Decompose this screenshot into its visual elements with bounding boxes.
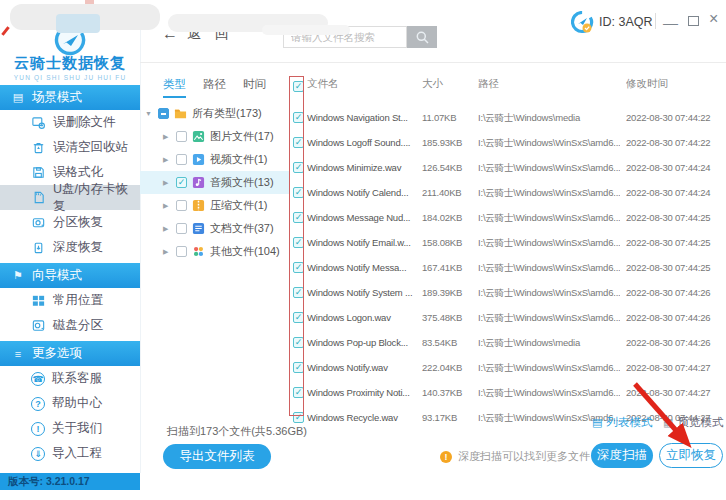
preview-mode-toggle[interactable]: ▦ 预览模式 xyxy=(663,415,723,430)
table-row[interactable]: ✓Windows Recycle.wav93.17KBI:\云骑士\Window… xyxy=(288,405,726,430)
preview-mode-icon: ▦ xyxy=(663,416,673,429)
tree-checkbox[interactable] xyxy=(176,154,187,165)
table-row[interactable]: ✓Windows Minimize.wav126.54KBI:\云骑士\Wind… xyxy=(288,155,726,180)
row-checkbox[interactable]: ✓ xyxy=(293,312,304,323)
audio-icon xyxy=(192,176,205,189)
file-mtime-cell: 2022-08-30 07:44:25 xyxy=(626,230,726,255)
recover-now-button[interactable]: 立即恢复 xyxy=(659,443,723,468)
tab-path[interactable]: 路径 xyxy=(203,77,226,98)
sidebar-item-deep-recovery[interactable]: 深度恢复 xyxy=(0,235,140,260)
chevron-down-icon[interactable]: ▼ xyxy=(145,110,153,117)
tree-item[interactable]: ▶视频文件(1) xyxy=(140,148,290,171)
table-row[interactable]: ✓Windows Logon.wav375.48KBI:\云骑士\Windows… xyxy=(288,305,726,330)
maximize-icon[interactable] xyxy=(688,16,699,26)
file-path-cell: I:\云骑士\Windows\WinSxS\amd6... xyxy=(478,380,620,405)
row-checkbox[interactable]: ✓ xyxy=(293,387,304,398)
file-path-cell: I:\云骑士\Windows\WinSxS\amd6... xyxy=(478,355,620,380)
table-row[interactable]: ✓Windows Navigation St...11.07KBI:\云骑士\W… xyxy=(288,105,726,130)
table-row[interactable]: ✓Windows Pop-up Block...83.54KBI:\云骑士\Wi… xyxy=(288,330,726,355)
table-row[interactable]: ✓Windows Logoff Sound....185.93KBI:\云骑士\… xyxy=(288,130,726,155)
row-checkbox[interactable]: ✓ xyxy=(293,287,304,298)
table-row[interactable]: ✓Windows Message Nud...184.02KBI:\云骑士\Wi… xyxy=(288,205,726,230)
tree-checkbox[interactable] xyxy=(176,246,187,257)
file-mtime-cell: 2022-08-30 07:44:25 xyxy=(626,205,726,230)
file-name-cell: Windows Message Nud... xyxy=(307,205,417,230)
deep-recovery-icon xyxy=(31,240,46,255)
table-row[interactable]: ✓Windows Notify Messa...167.41KBI:\云骑士\W… xyxy=(288,255,726,280)
row-checkbox[interactable]: ✓ xyxy=(293,237,304,248)
file-mtime-cell: 2022-08-30 07:44:26 xyxy=(626,280,726,305)
list-mode-toggle[interactable]: ▤ 列表模式 xyxy=(592,415,652,430)
sidebar-item-import-project[interactable]: ⇓导入工程 xyxy=(0,441,140,466)
row-checkbox[interactable]: ✓ xyxy=(293,337,304,348)
sidebar-item-about-us[interactable]: !关于我们 xyxy=(0,416,140,441)
file-name-cell: Windows Notify Messa... xyxy=(307,255,417,280)
chevron-right-icon[interactable]: ▶ xyxy=(163,202,171,210)
sidebar-section-more-options: ≡更多选项 xyxy=(0,341,140,366)
row-checkbox[interactable]: ✓ xyxy=(293,162,304,173)
file-path-cell: I:\云骑士\Windows\WinSxS\amd6... xyxy=(478,305,620,330)
file-name-cell: Windows Notify System ... xyxy=(307,280,417,305)
tree-item[interactable]: ▼所有类型(173) xyxy=(140,102,290,125)
file-name-cell: Windows Notify Email.w... xyxy=(307,230,417,255)
row-checkbox[interactable]: ✓ xyxy=(293,412,304,423)
row-checkbox[interactable]: ✓ xyxy=(293,187,304,198)
header-path: 路径 xyxy=(478,77,620,91)
search-button[interactable] xyxy=(407,26,437,48)
censored-smudge xyxy=(262,25,350,35)
tree-item[interactable]: ▶✓音频文件(13) xyxy=(140,171,290,194)
tree-checkbox[interactable] xyxy=(158,108,169,119)
close-icon[interactable]: × xyxy=(709,11,718,27)
row-checkbox[interactable]: ✓ xyxy=(293,212,304,223)
stray-red-mark xyxy=(85,0,94,4)
sidebar-item-usb-sdcard-recovery[interactable]: U盘/内存卡恢复 xyxy=(0,185,140,210)
chevron-right-icon[interactable]: ▶ xyxy=(163,156,171,164)
table-row[interactable]: ✓Windows Notify System ...189.39KBI:\云骑士… xyxy=(288,280,726,305)
tree-checkbox[interactable]: ✓ xyxy=(176,177,187,188)
sidebar-item-recycle-bin-recovery[interactable]: 误清空回收站 xyxy=(0,135,140,160)
chevron-right-icon[interactable]: ▶ xyxy=(163,248,171,256)
row-checkbox[interactable]: ✓ xyxy=(293,112,304,123)
chevron-right-icon[interactable]: ▶ xyxy=(163,179,171,187)
row-checkbox[interactable]: ✓ xyxy=(293,262,304,273)
row-checkbox[interactable]: ✓ xyxy=(293,137,304,148)
tree-item[interactable]: ▶压缩文件(1) xyxy=(140,194,290,217)
tree-item[interactable]: ▶图片文件(17) xyxy=(140,125,290,148)
file-name-cell: Windows Notify.wav xyxy=(307,355,417,380)
minimize-icon[interactable]: — xyxy=(663,15,678,30)
tree-checkbox[interactable] xyxy=(176,223,187,234)
version-label: 版本号: 3.21.0.17 xyxy=(0,473,140,490)
chevron-right-icon[interactable]: ▶ xyxy=(163,133,171,141)
file-name-cell: Windows Navigation St... xyxy=(307,105,417,130)
brand-title: 云骑士数据恢复 xyxy=(0,54,140,73)
sidebar-item-deleted-file-recovery[interactable]: 误删除文件 xyxy=(0,110,140,135)
table-row[interactable]: ✓Windows Notify Calend...211.40KBI:\云骑士\… xyxy=(288,180,726,205)
sidebar-item-contact-support[interactable]: ☎联系客服 xyxy=(0,366,140,391)
tab-time[interactable]: 时间 xyxy=(243,77,266,98)
select-all-checkbox[interactable]: ✓ xyxy=(293,81,304,92)
sidebar-item-help-center[interactable]: ?帮助中心 xyxy=(0,391,140,416)
header-file-name: 文件名 xyxy=(307,77,417,91)
file-type-tree-panel: 类型 路径 时间 ▼所有类型(173)▶图片文件(17)▶视频文件(1)▶✓音频… xyxy=(140,77,290,263)
file-table: ✓ 文件名 大小 路径 修改时间 ✓Windows Navigation St.… xyxy=(288,77,726,430)
table-row[interactable]: ✓Windows Notify.wav222.04KBI:\云骑士\Window… xyxy=(288,355,726,380)
chevron-right-icon[interactable]: ▶ xyxy=(163,225,171,233)
file-mtime-cell: 2022-08-30 07:44:25 xyxy=(626,255,726,280)
tab-type[interactable]: 类型 xyxy=(163,77,186,98)
tree-item[interactable]: ▶其他文件(104) xyxy=(140,240,290,263)
sidebar-item-disk-partitions[interactable]: 磁盘分区 xyxy=(0,313,140,338)
warning-icon: ! xyxy=(440,451,452,463)
file-path-cell: I:\云骑士\Windows\media xyxy=(478,105,620,130)
common-location-icon xyxy=(31,293,46,308)
table-row[interactable]: ✓Windows Proximity Noti...140.37KBI:\云骑士… xyxy=(288,380,726,405)
import-icon: ⇓ xyxy=(31,447,45,461)
tree-checkbox[interactable] xyxy=(176,131,187,142)
export-file-list-button[interactable]: 导出文件列表 xyxy=(163,444,271,469)
file-mtime-cell: 2022-08-30 07:44:24 xyxy=(626,155,726,180)
deep-scan-button[interactable]: 深度扫描 xyxy=(591,443,653,468)
sidebar-item-common-locations[interactable]: 常用位置 xyxy=(0,288,140,313)
tree-checkbox[interactable] xyxy=(176,200,187,211)
tree-item[interactable]: ▶文档文件(37) xyxy=(140,217,290,240)
table-row[interactable]: ✓Windows Notify Email.w...158.08KBI:\云骑士… xyxy=(288,230,726,255)
row-checkbox[interactable]: ✓ xyxy=(293,362,304,373)
